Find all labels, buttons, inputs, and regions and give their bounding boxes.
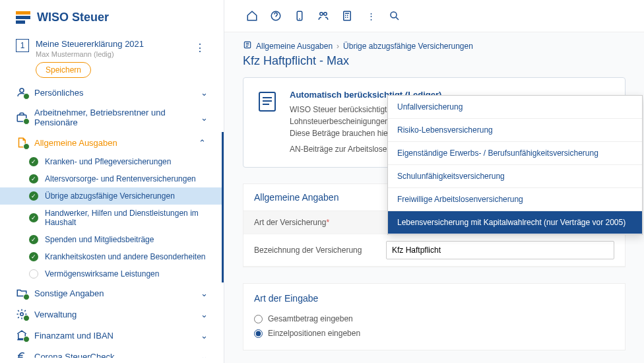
dropdown-option-selected[interactable]: Lebensversicherung mit Kapitalwahlrecht …	[388, 211, 642, 234]
help-icon[interactable]	[267, 7, 285, 25]
input-type-heading: Art der Eingabe	[254, 293, 614, 304]
sub-label: Vermögenswirksame Leistungen	[45, 269, 159, 279]
sub-capital[interactable]: Vermögenswirksame Leistungen	[0, 265, 224, 282]
sub-donations[interactable]: ✓Spenden und Mitgliedsbeiträge	[0, 231, 224, 248]
radio-total[interactable]: Gesamtbetrag eingeben	[254, 312, 614, 326]
nav-general-expenses[interactable]: Allgemeine Ausgaben ⌃	[0, 132, 224, 153]
people-icon[interactable]	[314, 7, 333, 25]
main-area: ⋮ Allgemeine Ausgaben › Übrige abzugsfäh…	[224, 0, 644, 363]
section-input-type: Art der Eingabe Gesamtbetrag eingeben Ei…	[243, 283, 626, 350]
form-row-name: Bezeichnung der Versicherung	[243, 234, 625, 267]
sub-pension[interactable]: ✓Altersvorsorge- und Rentenversicherunge…	[0, 170, 224, 187]
chevron-down-icon: ⌄	[201, 331, 208, 341]
briefcase-icon	[16, 112, 28, 123]
step-1-title[interactable]: Meine Steuererklärung 2021	[36, 39, 185, 49]
svg-point-5	[320, 13, 323, 16]
breadcrumb-b[interactable]: Übrige abzugsfähige Versicherungen	[343, 42, 473, 51]
document-icon	[16, 137, 28, 148]
breadcrumb-icon	[243, 40, 252, 51]
chevron-down-icon: ⌄	[201, 88, 208, 98]
sub-label: Übrige abzugsfähige Versicherungen	[45, 191, 175, 201]
nav-taxoffice[interactable]: Finanzamt und IBAN ⌄	[0, 325, 224, 346]
nav-employee[interactable]: Arbeitnehmer, Betriebsrentner und Pensio…	[0, 103, 224, 132]
insurance-type-dropdown: Unfallversicherung Risiko-Lebensversiche…	[387, 95, 643, 235]
label-name: Bezeichnung der Versicherung	[254, 246, 386, 255]
sub-household[interactable]: ✓Handwerker, Hilfen und Dienstleistungen…	[0, 205, 224, 231]
nav-corona[interactable]: Corona SteuerCheck ⌄	[0, 346, 224, 358]
breadcrumb-sep: ›	[337, 42, 339, 51]
calculator-icon[interactable]	[338, 7, 356, 25]
check-icon: ✓	[29, 191, 38, 201]
step-1-subtitle: Max Mustermann (ledig)	[36, 50, 185, 58]
empty-icon	[29, 269, 38, 279]
sub-label: Altersvorsorge- und Rentenversicherungen	[45, 174, 196, 183]
chevron-up-icon: ⌃	[199, 138, 206, 148]
gear-icon	[16, 308, 28, 320]
save-button[interactable]: Speichern	[36, 62, 91, 78]
dropdown-option[interactable]: Eigenständige Erwerbs- / Berufsunfähigke…	[388, 142, 642, 165]
svg-point-6	[324, 13, 327, 16]
kebab-menu-icon[interactable]: ⋮	[192, 39, 208, 57]
breadcrumb: Allgemeine Ausgaben › Übrige abzugsfähig…	[224, 32, 644, 54]
chevron-down-icon: ⌄	[201, 310, 208, 319]
toolbar: ⋮	[224, 0, 644, 32]
check-icon: ✓	[29, 174, 38, 183]
content: Automatisch berücksichtigt (Lediger) WIS…	[224, 77, 644, 363]
input-name[interactable]	[386, 241, 614, 259]
person-icon	[16, 86, 28, 98]
euro-icon	[16, 350, 28, 358]
page-title: Kfz Haftpflicht - Max	[224, 54, 644, 77]
home-icon[interactable]	[243, 7, 261, 25]
check-icon: ✓	[29, 157, 38, 166]
nav-label: Arbeitnehmer, Betriebsrentner und Pensio…	[34, 108, 194, 127]
search-icon[interactable]	[385, 7, 404, 25]
sub-medical[interactable]: ✓Krankheitskosten und andere Besonderhei…	[0, 248, 224, 265]
nav-label: Finanzamt und IBAN	[34, 331, 113, 341]
nav-label: Verwaltung	[34, 310, 77, 319]
sub-insurance-health[interactable]: ✓Kranken- und Pflegeversicherungen	[0, 153, 224, 170]
sub-label: Spenden und Mitgliedsbeiträge	[45, 235, 154, 244]
radio-items[interactable]: Einzelpositionen eingeben	[254, 326, 614, 341]
chevron-down-icon: ⌄	[201, 352, 208, 358]
sub-other-insurance[interactable]: ✓Übrige abzugsfähige Versicherungen	[0, 187, 224, 205]
svg-point-8	[391, 12, 397, 18]
nav-personal[interactable]: Persönliches ⌄	[0, 82, 224, 103]
check-icon: ✓	[29, 213, 38, 222]
step-1-header: 1 Meine Steuererklärung 2021 Max Musterm…	[0, 35, 224, 82]
mobile-icon[interactable]	[290, 7, 309, 25]
bank-icon	[16, 329, 28, 341]
document-icon	[255, 90, 279, 114]
sub-label: Kranken- und Pflegeversicherungen	[45, 157, 171, 166]
nav-label: Sonstige Angaben	[34, 288, 104, 298]
svg-point-0	[20, 88, 24, 92]
chevron-down-icon: ⌄	[201, 113, 208, 123]
logo: WISO Steuer	[0, 5, 224, 35]
check-icon: ✓	[29, 235, 38, 244]
dropdown-option[interactable]: Unfallversicherung	[388, 96, 642, 119]
nav-other[interactable]: Sonstige Angaben ⌄	[0, 282, 224, 304]
dropdown-option[interactable]: Risiko-Lebensversicherung	[388, 119, 642, 142]
breadcrumb-a[interactable]: Allgemeine Ausgaben	[256, 42, 333, 51]
sub-label: Handwerker, Hilfen und Dienstleistungen …	[45, 209, 206, 227]
logo-mark	[16, 11, 30, 24]
sidebar: WISO Steuer 1 Meine Steuererklärung 2021…	[0, 0, 224, 363]
dropdown-option[interactable]: Freiwillige Arbeitslosenversicherung	[388, 188, 642, 211]
chevron-down-icon: ⌄	[201, 288, 208, 298]
folder-icon	[16, 287, 28, 299]
nav-label: Allgemeine Ausgaben	[34, 138, 117, 148]
dropdown-option[interactable]: Schulunfähigkeitsversicherung	[388, 165, 642, 188]
svg-point-2	[20, 313, 24, 316]
more-icon[interactable]: ⋮	[362, 7, 380, 25]
logo-text: WISO Steuer	[37, 11, 109, 24]
nav-admin[interactable]: Verwaltung ⌄	[0, 304, 224, 325]
nav-label: Persönliches	[34, 88, 83, 98]
sub-label: Krankheitskosten und andere Besonderheit…	[45, 252, 206, 261]
step-1-number: 1	[16, 39, 29, 52]
nav-label: Corona SteuerCheck	[34, 352, 114, 358]
label-type: Art der Versicherung*	[254, 218, 386, 227]
check-icon: ✓	[29, 252, 38, 261]
